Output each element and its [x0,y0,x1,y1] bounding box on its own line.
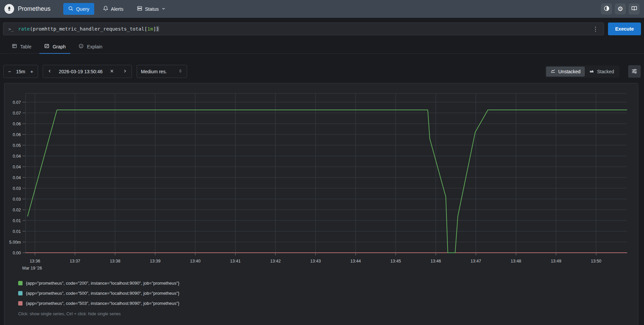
svg-text:0.01: 0.01 [13,229,21,234]
brand-title: Prometheus [18,5,50,12]
range-value[interactable]: 15m [15,69,26,74]
nav-item-status[interactable]: Status [132,3,170,15]
nav-item-label: Status [145,6,159,12]
graph-canvas[interactable]: 0.070.070.060.060.050.040.040.040.030.03… [4,83,638,272]
graph-panel: 0.070.070.060.060.050.040.040.040.030.03… [4,83,638,325]
legend-label: {app="prometheus", code="503", instance=… [26,301,179,306]
promql-expression[interactable]: rate(promhttp_metric_handler_requests_to… [18,26,587,32]
range-selector: − 15m + [3,65,38,78]
panel-tabs: Table Graph Explain [0,40,644,54]
chevron-left-icon [47,69,52,74]
svg-text:0.06: 0.06 [13,132,21,137]
token-duration: 1m [147,26,153,32]
segment-label: Unstacked [558,69,580,74]
contrast-icon [604,5,610,12]
docs-button[interactable] [629,3,640,14]
token-bracket: [ [144,26,147,32]
svg-text:13:48: 13:48 [511,259,521,263]
legend-label: {app="prometheus", code="500", instance=… [26,291,179,296]
token-paren: ( [30,26,33,32]
svg-text:0.02: 0.02 [13,208,21,212]
legend-item[interactable]: {app="prometheus", code="503", instance=… [18,301,638,306]
resolution-select[interactable]: Medium res. [137,65,187,78]
display-settings-button[interactable] [628,65,641,78]
navbar-actions: ⚙ [601,3,640,14]
resolution-value: Medium res. [141,69,167,74]
legend-swatch [18,301,23,306]
settings-button[interactable]: ⚙ [615,3,626,14]
legend-help-note: Click: show single series, Ctrl + click:… [18,312,638,316]
svg-text:13:42: 13:42 [270,259,281,263]
svg-text:0.04: 0.04 [13,165,21,169]
nav-item-label: Query [76,6,90,12]
legend-swatch [18,291,23,295]
datetime-picker: 2026-03-19 13:50:46 [43,65,132,78]
query-row: >_ rate(promhttp_metric_handler_requests… [0,18,644,35]
svg-text:0.03: 0.03 [13,197,21,202]
tab-graph[interactable]: Graph [39,40,70,53]
svg-text:13:49: 13:49 [551,259,561,263]
brand: Prometheus [4,4,50,14]
execute-button[interactable]: Execute [608,23,641,35]
svg-text:0.05: 0.05 [13,143,21,148]
tab-label: Explain [87,44,102,49]
svg-text:13:47: 13:47 [471,259,481,263]
svg-text:0.04: 0.04 [13,154,21,159]
chevron-down-icon [162,6,166,12]
legend: {app="prometheus", code="200", instance=… [18,281,638,306]
svg-text:13:46: 13:46 [430,259,441,263]
query-options-menu-button[interactable]: ⋮ [587,26,604,32]
svg-text:13:37: 13:37 [70,259,80,263]
chevron-right-icon [123,69,127,74]
nav-item-alerts[interactable]: Alerts [98,3,128,15]
datetime-value[interactable]: 2026-03-19 13:50:46 [56,69,105,74]
line-chart-icon [550,69,556,75]
tab-table[interactable]: Table [7,40,36,53]
svg-text:Mar 19 '26: Mar 19 '26 [22,266,42,271]
range-increase-button[interactable]: + [26,65,38,78]
search-icon [68,6,73,12]
svg-text:13:43: 13:43 [310,259,321,263]
nav-item-query[interactable]: Query [63,3,94,15]
sliders-icon [631,68,638,75]
table-icon [12,43,17,50]
time-back-button[interactable] [43,65,56,78]
token-paren-cursor: ) [156,26,159,32]
prompt-icon: >_ [3,27,18,32]
legend-swatch [18,281,23,285]
segment-label: Stacked [597,69,614,74]
stacking-toggle: Unstacked Stacked [545,66,619,78]
clear-time-button[interactable] [105,65,118,78]
server-icon [137,6,142,12]
nav-item-label: Alerts [111,6,123,12]
area-chart-icon [589,69,594,75]
tab-explain[interactable]: Explain [74,40,107,53]
svg-text:5.00m: 5.00m [9,240,21,245]
svg-text:13:50: 13:50 [591,259,601,263]
main-navigation: Query Alerts Status [63,3,170,15]
svg-text:0.06: 0.06 [13,122,21,126]
range-decrease-button[interactable]: − [4,65,15,78]
token-metric: promhttp_metric_handler_requests_total [33,26,144,32]
theme-toggle-button[interactable] [601,3,612,14]
svg-text:0.01: 0.01 [13,218,21,223]
tab-label: Table [20,44,31,49]
legend-item[interactable]: {app="prometheus", code="200", instance=… [18,281,638,286]
svg-text:13:36: 13:36 [30,259,40,263]
unstacked-option[interactable]: Unstacked [546,67,585,77]
close-icon [110,69,114,74]
expression-input[interactable]: >_ rate(promhttp_metric_handler_requests… [3,23,604,35]
time-forward-button[interactable] [118,65,132,78]
svg-text:13:44: 13:44 [350,259,361,263]
legend-item[interactable]: {app="prometheus", code="500", instance=… [18,291,638,296]
token-function: rate [18,26,30,32]
kebab-menu-icon: ⋮ [593,26,598,32]
gear-icon: ⚙ [617,6,623,12]
bell-icon [103,6,108,12]
prometheus-logo-icon [4,4,14,14]
stacked-option[interactable]: Stacked [585,67,618,77]
book-icon [631,5,637,12]
svg-text:0.03: 0.03 [13,186,21,191]
svg-text:13:40: 13:40 [190,259,201,263]
token-bracket: ] [153,26,156,32]
